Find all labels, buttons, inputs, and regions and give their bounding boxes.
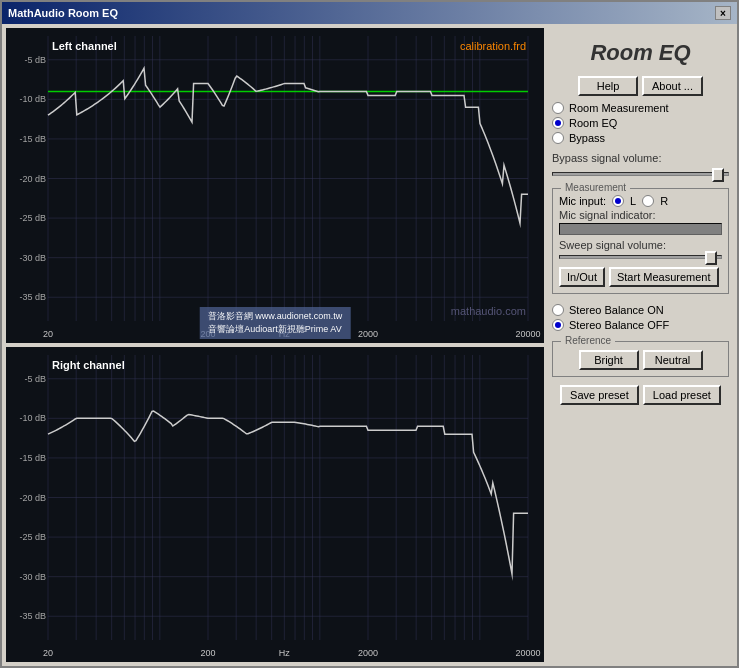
- start-measurement-button[interactable]: Start Measurement: [609, 267, 719, 287]
- mic-input-label: Mic input:: [559, 195, 606, 207]
- neutral-button[interactable]: Neutral: [643, 350, 703, 370]
- preset-row: Save preset Load preset: [552, 385, 729, 405]
- stereo-radio-group: Stereo Balance ON Stereo Balance OFF: [552, 302, 729, 333]
- bypass-volume-thumb[interactable]: [712, 168, 724, 182]
- stereo-balance-off-radio[interactable]: [552, 319, 564, 331]
- mode-radio-group: Room Measurement Room EQ Bypass: [552, 100, 729, 146]
- right-channel-chart: [6, 347, 544, 662]
- left-channel-chart: [6, 28, 544, 343]
- save-preset-button[interactable]: Save preset: [560, 385, 639, 405]
- reference-group: Reference Bright Neutral: [552, 341, 729, 377]
- measurement-group-title: Measurement: [561, 182, 630, 193]
- bypass-volume-slider-container: [552, 168, 729, 180]
- mic-input-r-radio[interactable]: [642, 195, 654, 207]
- mode-room-measurement-radio[interactable]: [552, 102, 564, 114]
- mode-room-eq[interactable]: Room EQ: [552, 117, 729, 129]
- mic-input-l-radio[interactable]: [612, 195, 624, 207]
- stereo-balance-off[interactable]: Stereo Balance OFF: [552, 319, 729, 331]
- sweep-volume-track[interactable]: [559, 255, 722, 259]
- mode-room-eq-radio[interactable]: [552, 117, 564, 129]
- measurement-btn-row: In/Out Start Measurement: [559, 267, 722, 287]
- stereo-balance-on-radio[interactable]: [552, 304, 564, 316]
- bypass-volume-track[interactable]: [552, 172, 729, 176]
- reference-btn-row: Bright Neutral: [559, 350, 722, 370]
- reference-group-title: Reference: [561, 335, 615, 346]
- sweep-volume-thumb[interactable]: [705, 251, 717, 265]
- mode-room-measurement[interactable]: Room Measurement: [552, 102, 729, 114]
- mode-bypass[interactable]: Bypass: [552, 132, 729, 144]
- window-title: MathAudio Room EQ: [8, 7, 118, 19]
- help-about-row: Help About ...: [552, 76, 729, 96]
- mic-input-row: Mic input: L R: [559, 195, 722, 207]
- measurement-group: Measurement Mic input: L R Mic signal in…: [552, 188, 729, 294]
- right-chart-container: [6, 347, 544, 662]
- stereo-balance-off-label: Stereo Balance OFF: [569, 319, 669, 331]
- mic-signal-indicator: [559, 223, 722, 235]
- sweep-volume-label: Sweep signal volume:: [559, 239, 722, 251]
- mode-bypass-label: Bypass: [569, 132, 605, 144]
- mic-input-l-label: L: [630, 195, 636, 207]
- close-button[interactable]: ×: [715, 6, 731, 20]
- mode-room-eq-label: Room EQ: [569, 117, 617, 129]
- left-chart-container: 普洛影音網 www.audionet.com.tw 音響論壇Audioart新視…: [6, 28, 544, 343]
- title-bar: MathAudio Room EQ ×: [2, 2, 737, 24]
- mode-room-measurement-label: Room Measurement: [569, 102, 669, 114]
- stereo-balance-on[interactable]: Stereo Balance ON: [552, 304, 729, 316]
- left-panel: 普洛影音網 www.audionet.com.tw 音響論壇Audioart新視…: [6, 28, 544, 662]
- charts-area: 普洛影音網 www.audionet.com.tw 音響論壇Audioart新視…: [6, 28, 544, 662]
- stereo-balance-on-label: Stereo Balance ON: [569, 304, 664, 316]
- app-title: Room EQ: [552, 40, 729, 66]
- main-window: MathAudio Room EQ × 普洛影音網 www.audionet.c…: [0, 0, 739, 668]
- bypass-volume-label: Bypass signal volume:: [552, 152, 729, 164]
- bright-button[interactable]: Bright: [579, 350, 639, 370]
- right-panel: Room EQ Help About ... Room Measurement …: [548, 28, 733, 662]
- load-preset-button[interactable]: Load preset: [643, 385, 721, 405]
- sweep-volume-slider-container: [559, 251, 722, 263]
- mic-signal-indicator-label: Mic signal indicator:: [559, 209, 722, 221]
- mic-input-r-label: R: [660, 195, 668, 207]
- about-button[interactable]: About ...: [642, 76, 703, 96]
- mode-bypass-radio[interactable]: [552, 132, 564, 144]
- help-button[interactable]: Help: [578, 76, 638, 96]
- in-out-button[interactable]: In/Out: [559, 267, 605, 287]
